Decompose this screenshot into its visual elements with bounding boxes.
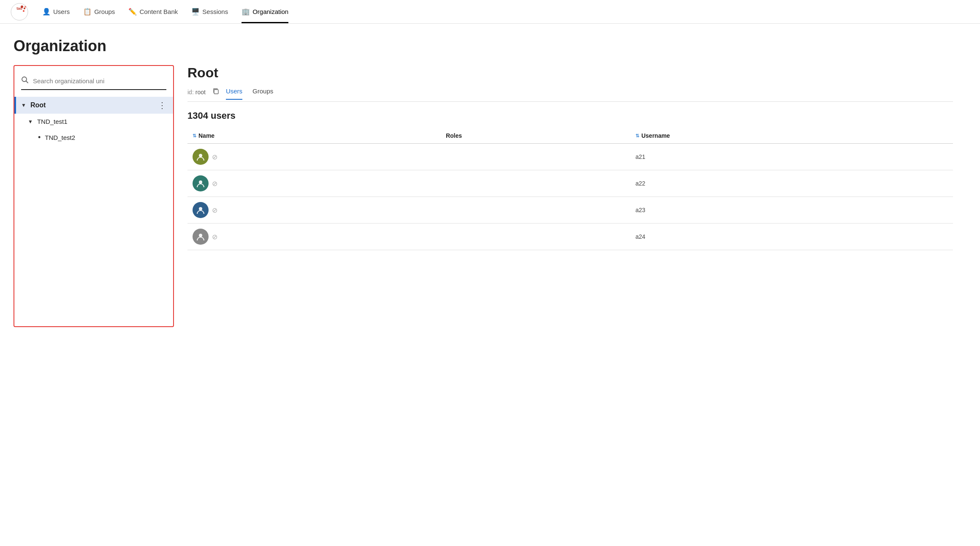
svg-point-11	[199, 207, 202, 210]
avatar	[193, 202, 209, 218]
name-sort-icon: ⇅	[193, 133, 196, 139]
col-roles-label: Roles	[446, 132, 462, 139]
table-row[interactable]: ⊘ a24	[187, 224, 953, 250]
table-body: ⊘ a21	[187, 144, 953, 250]
tnd-test2-dot-icon: •	[38, 134, 41, 141]
page-container: Organization ▼ Roo	[0, 24, 980, 327]
main-layout: ▼ Root ⋮ ▼ TND_test1 • TND_test2 Root	[14, 65, 966, 327]
table-row[interactable]: ⊘ a22	[187, 170, 953, 197]
user-edit-icon[interactable]: ⊘	[212, 153, 217, 161]
top-navigation: tao 👤 Users 📋 Groups ✏️ Content Bank 🖥️ …	[0, 0, 980, 24]
avatar	[193, 229, 209, 245]
svg-point-5	[24, 6, 26, 8]
content-bank-nav-icon: ✏️	[128, 8, 137, 16]
copy-icon[interactable]	[212, 88, 219, 96]
nav-label-users: Users	[53, 8, 70, 15]
nav-label-sessions: Sessions	[202, 8, 228, 15]
table-row[interactable]: ⊘ a21	[187, 144, 953, 170]
content-panel: Root id: root Users Groups	[174, 65, 966, 250]
groups-nav-icon: 📋	[83, 8, 92, 16]
meta-id: id: root	[187, 89, 206, 96]
search-area	[14, 73, 173, 90]
col-header-name[interactable]: ⇅ Name	[187, 128, 441, 144]
svg-point-9	[199, 154, 202, 157]
nav-item-content-bank[interactable]: ✏️ Content Bank	[128, 0, 178, 23]
user-name-cell: ⊘	[187, 144, 441, 170]
user-roles-cell	[441, 144, 630, 170]
svg-line-7	[26, 81, 28, 83]
user-edit-icon[interactable]: ⊘	[212, 206, 217, 214]
col-header-roles: Roles	[441, 128, 630, 144]
avatar	[193, 175, 209, 191]
users-section: 1304 users ⇅ Name Roles	[187, 102, 953, 250]
meta-id-value: root	[195, 89, 206, 96]
users-nav-icon: 👤	[42, 8, 51, 16]
user-username-cell: a23	[630, 197, 953, 224]
root-more-button[interactable]: ⋮	[156, 101, 168, 109]
username-sort-icon: ⇅	[635, 133, 639, 139]
svg-point-10	[199, 180, 202, 184]
content-tabs: Users Groups	[226, 87, 273, 100]
user-roles-cell	[441, 197, 630, 224]
sessions-nav-icon: 🖥️	[191, 8, 200, 16]
page-title: Organization	[14, 37, 966, 55]
user-username-cell: a24	[630, 224, 953, 250]
col-name-label: Name	[198, 132, 214, 139]
tab-groups[interactable]: Groups	[252, 87, 273, 100]
table-row[interactable]: ⊘ a23	[187, 197, 953, 224]
search-icon	[21, 76, 29, 86]
nav-item-organization[interactable]: 🏢 Organization	[242, 0, 288, 23]
user-username-cell: a22	[630, 170, 953, 197]
svg-point-12	[199, 234, 202, 237]
meta-id-label: id:	[187, 89, 194, 96]
user-name-cell: ⊘	[187, 170, 441, 197]
user-roles-cell	[441, 224, 630, 250]
user-username-cell: a21	[630, 144, 953, 170]
nav-items: 👤 Users 📋 Groups ✏️ Content Bank 🖥️ Sess…	[42, 0, 288, 23]
col-username-label: Username	[641, 132, 670, 139]
table-header: ⇅ Name Roles ⇅ Username	[187, 128, 953, 144]
nav-item-groups[interactable]: 📋 Groups	[83, 0, 115, 23]
user-edit-icon[interactable]: ⊘	[212, 180, 217, 188]
search-input-wrap	[21, 76, 166, 90]
root-chevron-icon: ▼	[21, 102, 26, 108]
search-input[interactable]	[33, 77, 166, 85]
nav-label-groups: Groups	[94, 8, 115, 15]
users-count: 1304 users	[187, 110, 953, 121]
svg-point-3	[24, 8, 25, 9]
tree-item-root[interactable]: ▼ Root ⋮	[14, 97, 173, 114]
nav-item-users[interactable]: 👤 Users	[42, 0, 70, 23]
nav-item-sessions[interactable]: 🖥️ Sessions	[191, 0, 228, 23]
content-header: Root id: root Users Groups	[187, 65, 953, 102]
user-name-cell: ⊘	[187, 197, 441, 224]
tree-container: ▼ Root ⋮ ▼ TND_test1 • TND_test2	[14, 93, 173, 149]
tnd-test1-chevron-icon: ▼	[28, 119, 33, 125]
user-name-cell: ⊘	[187, 224, 441, 250]
organization-nav-icon: 🏢	[242, 8, 250, 16]
app-logo: tao	[10, 3, 29, 21]
svg-point-2	[21, 5, 23, 8]
root-label: Root	[30, 101, 156, 109]
content-meta: id: root Users Groups	[187, 84, 953, 101]
tnd-test2-label: TND_test2	[45, 134, 75, 141]
tree-item-tnd-test2[interactable]: • TND_test2	[14, 129, 173, 145]
svg-point-4	[23, 10, 24, 12]
avatar	[193, 149, 209, 165]
content-title: Root	[187, 65, 953, 81]
user-roles-cell	[441, 170, 630, 197]
tree-item-tnd-test1[interactable]: ▼ TND_test1	[14, 114, 173, 129]
user-edit-icon[interactable]: ⊘	[212, 233, 217, 241]
nav-label-content-bank: Content Bank	[139, 8, 178, 15]
tnd-test1-label: TND_test1	[37, 118, 68, 125]
col-header-username[interactable]: ⇅ Username	[630, 128, 953, 144]
svg-rect-8	[214, 90, 218, 94]
nav-label-organization: Organization	[252, 8, 288, 15]
tab-users[interactable]: Users	[226, 87, 242, 100]
sidebar: ▼ Root ⋮ ▼ TND_test1 • TND_test2	[14, 65, 174, 327]
users-table: ⇅ Name Roles ⇅ Username	[187, 128, 953, 250]
